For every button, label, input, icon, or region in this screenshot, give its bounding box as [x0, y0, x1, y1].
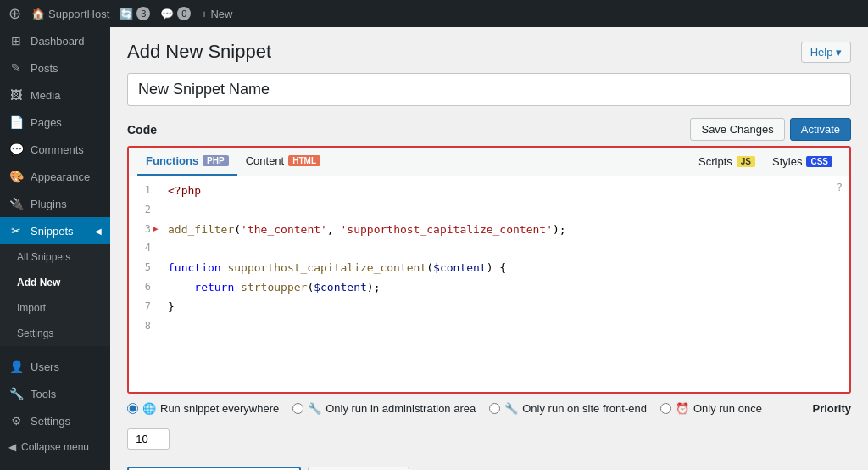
line-number-7: 7: [129, 299, 153, 315]
code-empty-space: [129, 336, 849, 387]
site-name[interactable]: 🏠 SupportHost: [31, 8, 109, 20]
run-once-radio[interactable]: [660, 403, 671, 414]
users-icon: 👤: [8, 360, 24, 373]
dashboard-icon: ⊞: [8, 34, 24, 48]
clock-icon: ⏰: [676, 402, 689, 415]
code-line-8: 8: [129, 317, 849, 337]
code-editor-container: Functions PHP Content HTML Scripts JS St…: [127, 146, 851, 394]
collapse-icon: ◀: [8, 441, 16, 453]
sidebar-item-snippets[interactable]: ✂ Snippets ◀: [0, 217, 110, 244]
sidebar-item-appearance[interactable]: 🎨 Appearance: [0, 163, 110, 190]
code-area[interactable]: ? 1 <?php 2 3 ▶ add_filter('the_content'…: [129, 176, 849, 392]
line-content-6: return strtoupper($content);: [164, 279, 849, 297]
line-content-4: [164, 240, 849, 258]
code-line-4: 4: [129, 239, 849, 259]
run-admin-label: Only run in administration area: [326, 402, 476, 415]
tab-styles[interactable]: Styles CSS: [764, 150, 841, 173]
tab-content[interactable]: Content HTML: [237, 148, 329, 176]
sidebar-item-settings-sub[interactable]: Settings: [0, 321, 110, 346]
code-label: Code: [127, 123, 157, 137]
page-title: Add New Snippet: [127, 41, 271, 63]
all-snippets-label: All Snippets: [17, 251, 70, 263]
bottom-actions: Save Changes and Activate Save Changes: [127, 458, 851, 470]
run-option-once[interactable]: ⏰ Only run once: [660, 402, 762, 415]
content-tab-label: Content: [246, 154, 285, 167]
snippet-name-input[interactable]: [127, 73, 851, 106]
run-frontend-radio[interactable]: [489, 403, 500, 414]
settings-sub-label: Settings: [17, 327, 53, 339]
code-tabs: Functions PHP Content HTML Scripts JS St…: [129, 148, 849, 176]
run-option-frontend[interactable]: 🔧 Only run on site front-end: [489, 402, 647, 415]
code-line-7: 7 }: [129, 298, 849, 317]
update-count[interactable]: 🔄 3: [120, 7, 150, 20]
sidebar-item-pages[interactable]: 📄 Pages: [0, 109, 110, 136]
sidebar-item-all-snippets[interactable]: All Snippets: [0, 244, 110, 270]
sidebar-item-settings[interactable]: ⚙ Settings: [0, 407, 110, 434]
tools-icon: 🔧: [8, 387, 24, 400]
help-question-mark[interactable]: ?: [837, 182, 843, 193]
settings-icon: ⚙: [8, 414, 24, 428]
css-badge: CSS: [806, 156, 832, 167]
comments-icon: 💬: [8, 143, 24, 156]
run-option-admin[interactable]: 🔧 Only run in administration area: [292, 402, 476, 415]
users-label: Users: [31, 361, 59, 373]
tab-scripts[interactable]: Scripts JS: [690, 150, 764, 173]
add-new-label: Add New: [17, 277, 60, 288]
sidebar-item-media[interactable]: 🖼 Media: [0, 81, 110, 109]
save-changes-button[interactable]: Save Changes: [690, 118, 784, 141]
topbar: ⊕ 🏠 SupportHost 🔄 3 💬 0 + New: [0, 0, 868, 27]
scripts-tab-label: Scripts: [698, 155, 732, 168]
functions-tab-label: Functions: [146, 154, 198, 167]
run-admin-radio[interactable]: [292, 403, 303, 414]
run-options: 🌐 Run snippet everywhere 🔧 Only run in a…: [127, 394, 851, 458]
new-item-button[interactable]: + New: [201, 8, 232, 20]
line-content-7: }: [164, 299, 849, 316]
run-once-label: Only run once: [693, 402, 762, 415]
line-content-1: <?php: [164, 182, 849, 200]
sidebar-item-import[interactable]: Import: [0, 295, 110, 321]
settings-label: Settings: [31, 415, 70, 428]
comment-count[interactable]: 💬 0: [160, 7, 191, 20]
line-content-2: [164, 202, 849, 220]
line-number-3: 3: [129, 221, 153, 238]
tools-label: Tools: [31, 388, 56, 400]
page-header: Add New Snippet Help ▾: [127, 41, 851, 63]
sidebar-item-add-new[interactable]: Add New: [0, 270, 110, 295]
run-frontend-label: Only run on site front-end: [522, 402, 647, 415]
sidebar-item-plugins[interactable]: 🔌 Plugins: [0, 190, 110, 217]
activate-button[interactable]: Activate: [790, 118, 851, 141]
site-home-icon: 🏠: [31, 8, 45, 20]
php-badge: PHP: [203, 155, 229, 166]
appearance-icon: 🎨: [8, 170, 24, 183]
run-everywhere-label: Run snippet everywhere: [160, 402, 279, 415]
media-icon: 🖼: [8, 88, 24, 102]
sidebar-label: Posts: [31, 62, 58, 75]
wrench-icon-frontend: 🔧: [504, 402, 518, 415]
save-changes-only-button[interactable]: Save Changes: [308, 467, 409, 470]
collapse-menu[interactable]: ◀ Collapse menu: [0, 434, 110, 460]
line-number-4: 4: [129, 240, 153, 256]
sidebar-item-tools[interactable]: 🔧 Tools: [0, 380, 110, 407]
code-line-3: 3 ▶ add_filter('the_content', 'supportho…: [129, 221, 849, 240]
line-number-2: 2: [129, 202, 153, 218]
save-changes-and-activate-button[interactable]: Save Changes and Activate: [127, 467, 301, 470]
sidebar-item-posts[interactable]: ✎ Posts: [0, 54, 110, 81]
sidebar-item-comments[interactable]: 💬 Comments: [0, 136, 110, 163]
sidebar: ⊞ Dashboard ✎ Posts 🖼 Media 📄 Pages 💬 Co…: [0, 27, 110, 470]
line-number-1: 1: [129, 182, 153, 199]
globe-icon: 🌐: [142, 402, 156, 415]
line-content-5: function supporthost_capitalize_content(…: [164, 260, 849, 277]
sidebar-item-users[interactable]: 👤 Users: [0, 353, 110, 380]
code-line-2: 2: [129, 201, 849, 221]
wp-logo: ⊕: [8, 4, 21, 23]
tab-functions[interactable]: Functions PHP: [137, 148, 237, 176]
priority-input[interactable]: [127, 428, 170, 450]
import-label: Import: [17, 302, 46, 314]
sidebar-label: Appearance: [31, 171, 90, 183]
code-line-5: 5 function supporthost_capitalize_conten…: [129, 259, 849, 278]
run-everywhere-radio[interactable]: [127, 403, 138, 414]
line-content-8: [164, 318, 849, 336]
run-option-everywhere[interactable]: 🌐 Run snippet everywhere: [127, 402, 279, 415]
sidebar-item-dashboard[interactable]: ⊞ Dashboard: [0, 27, 110, 54]
help-button[interactable]: Help ▾: [801, 42, 851, 63]
